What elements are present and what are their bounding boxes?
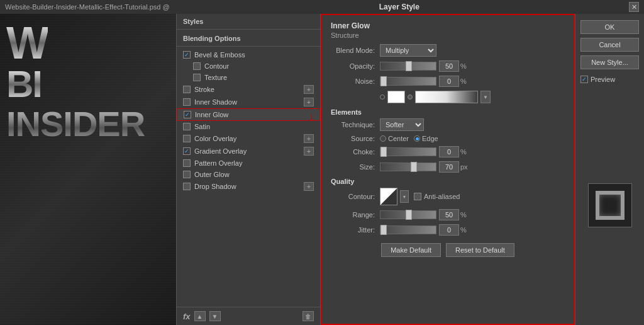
bottom-buttons: Make Default Reset to Default <box>331 243 565 257</box>
gradient-preview[interactable] <box>415 91 478 103</box>
close-button[interactable]: ✕ <box>629 2 639 12</box>
canvas-area: W BI INSIDER <box>0 14 176 325</box>
style-color-overlay[interactable]: Color Overlay + <box>177 132 320 145</box>
new-style-button[interactable]: New Style... <box>580 55 639 69</box>
style-pattern-overlay[interactable]: Pattern Overlay <box>177 157 320 169</box>
texture-checkbox[interactable] <box>193 74 201 81</box>
inner-glow-checkbox[interactable] <box>184 111 191 118</box>
opacity-unit: % <box>460 62 467 70</box>
style-contour[interactable]: Contour <box>177 60 320 72</box>
stroke-plus-icon[interactable]: + <box>304 85 314 94</box>
ok-button[interactable]: OK <box>580 20 639 34</box>
anti-alias-check[interactable]: Anti-aliased <box>414 193 460 200</box>
bevel-emboss-checkbox[interactable] <box>183 51 191 59</box>
choke-input[interactable] <box>439 146 459 157</box>
gradient-overlay-label: Gradient Overlay <box>194 147 247 155</box>
gradient-overlay-checkbox[interactable] <box>183 147 191 155</box>
style-satin[interactable]: Satin <box>177 121 320 132</box>
preview-checkbox[interactable]: ✓ <box>580 76 588 83</box>
outer-glow-label: Outer Glow <box>194 171 230 178</box>
contour-preview[interactable] <box>380 188 397 205</box>
opacity-thumb[interactable] <box>406 61 412 71</box>
canvas-bi-text: BI <box>6 66 42 103</box>
edge-radio[interactable]: Edge <box>414 135 438 142</box>
style-bevel-emboss[interactable]: Bevel & Emboss <box>177 49 320 60</box>
jitter-slider[interactable] <box>380 225 436 234</box>
noise-thumb[interactable] <box>380 76 387 86</box>
center-radio-circle[interactable] <box>380 135 386 142</box>
pattern-overlay-label: Pattern Overlay <box>194 159 242 167</box>
delete-button[interactable]: 🗑 <box>303 311 314 321</box>
size-thumb[interactable] <box>411 162 417 172</box>
title-bar-center-text: Layer Style <box>379 3 419 11</box>
contour-checkbox[interactable] <box>193 62 201 70</box>
style-inner-glow[interactable]: Inner Glow ↓ <box>177 108 320 121</box>
divider-2 <box>177 46 320 47</box>
make-default-button[interactable]: Make Default <box>381 243 441 257</box>
inner-shadow-plus-icon[interactable]: + <box>304 98 314 106</box>
gradient-overlay-plus-icon[interactable]: + <box>304 147 314 156</box>
size-label: Size: <box>331 163 375 171</box>
source-row: Source: Center Edge <box>331 135 565 142</box>
noise-unit: % <box>460 77 467 85</box>
choke-unit: % <box>460 148 467 156</box>
edge-radio-circle[interactable] <box>414 135 420 142</box>
noise-input[interactable] <box>439 76 459 87</box>
range-label: Range: <box>331 211 375 219</box>
choke-slider[interactable] <box>380 147 436 156</box>
jitter-input[interactable] <box>439 224 459 236</box>
right-panel: OK Cancel New Style... ✓ Preview <box>575 14 644 325</box>
jitter-thumb[interactable] <box>380 225 387 235</box>
size-row: Size: px <box>331 161 565 173</box>
inner-shadow-checkbox[interactable] <box>183 98 191 106</box>
range-input[interactable] <box>439 209 459 220</box>
contour-dropdown-icon[interactable]: ▼ <box>400 190 409 203</box>
canvas-background: W BI INSIDER <box>0 14 176 325</box>
drop-shadow-plus-icon[interactable]: + <box>304 182 314 191</box>
anti-alias-checkbox[interactable] <box>414 193 421 200</box>
choke-thumb[interactable] <box>380 147 387 157</box>
stroke-checkbox[interactable] <box>183 86 191 93</box>
style-drop-shadow[interactable]: Drop Shadow + <box>177 180 320 193</box>
canvas-w-text: W <box>6 20 48 66</box>
anti-alias-label: Anti-aliased <box>424 193 460 200</box>
size-input[interactable] <box>439 161 459 173</box>
style-inner-shadow[interactable]: Inner Shadow + <box>177 96 320 108</box>
color-radio-icon[interactable] <box>380 94 385 100</box>
range-thumb[interactable] <box>406 210 412 220</box>
range-slider[interactable] <box>380 210 436 219</box>
blending-title: Blending Options <box>177 31 320 45</box>
noise-slider[interactable] <box>380 77 436 86</box>
reset-default-button[interactable]: Reset to Default <box>446 243 514 257</box>
bevel-emboss-label: Bevel & Emboss <box>194 51 245 59</box>
blend-mode-select[interactable]: Multiply Normal Screen <box>380 44 436 57</box>
gradient-radio-icon[interactable] <box>408 94 413 100</box>
style-stroke[interactable]: Stroke + <box>177 83 320 96</box>
noise-label: Noise: <box>331 77 375 85</box>
move-down-button[interactable]: ▼ <box>209 311 221 321</box>
blend-mode-label: Blend Mode: <box>331 47 375 54</box>
style-texture[interactable]: Texture <box>177 72 320 83</box>
move-up-button[interactable]: ▲ <box>194 311 206 321</box>
pattern-overlay-checkbox[interactable] <box>183 159 191 167</box>
color-overlay-checkbox[interactable] <box>183 135 191 142</box>
technique-select[interactable]: Softer Precise <box>380 118 424 131</box>
drop-shadow-checkbox[interactable] <box>183 183 191 190</box>
quality-title: Quality <box>331 178 565 185</box>
size-slider[interactable] <box>380 162 436 171</box>
elements-title: Elements <box>331 108 565 116</box>
style-gradient-overlay[interactable]: Gradient Overlay + <box>177 145 320 157</box>
style-outer-glow[interactable]: Outer Glow <box>177 169 320 180</box>
opacity-slider[interactable] <box>380 62 436 71</box>
range-unit: % <box>460 211 467 219</box>
preview-check[interactable]: ✓ Preview <box>580 76 639 83</box>
center-radio[interactable]: Center <box>380 135 409 142</box>
cancel-button[interactable]: Cancel <box>580 38 639 52</box>
color-swatch-white[interactable] <box>387 91 405 103</box>
edge-radio-label: Edge <box>422 135 438 142</box>
opacity-input[interactable] <box>439 60 459 72</box>
gradient-options-icon[interactable]: ▼ <box>480 91 491 103</box>
outer-glow-checkbox[interactable] <box>183 171 191 178</box>
color-overlay-plus-icon[interactable]: + <box>304 134 314 143</box>
satin-checkbox[interactable] <box>183 123 191 130</box>
